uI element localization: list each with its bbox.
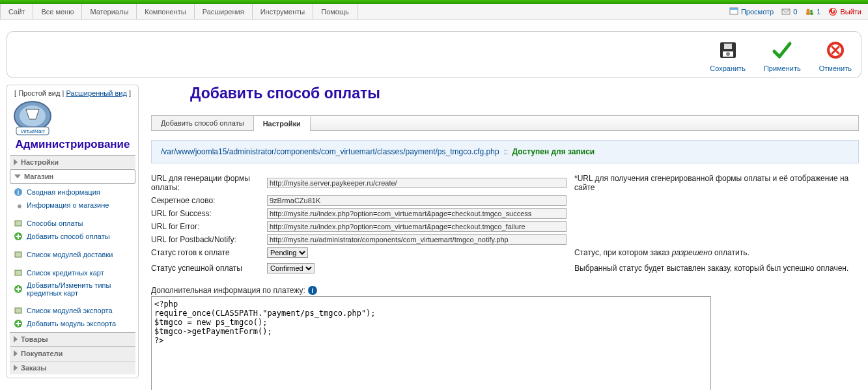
menu-help[interactable]: Помощь (313, 4, 357, 20)
preview-link[interactable]: Просмотр (729, 7, 774, 16)
users-icon (805, 7, 814, 16)
status-ready-select[interactable]: Pending (267, 247, 308, 258)
chevron-right-icon (14, 159, 18, 165)
logout-icon (828, 7, 837, 16)
view-simple: Простой вид (18, 89, 60, 97)
sidebar-section-orders[interactable]: Заказы (10, 361, 135, 375)
save-button[interactable]: Сохранить (710, 37, 746, 72)
users-count: 1 (817, 8, 820, 16)
svg-text:VirtueMart: VirtueMart (21, 128, 46, 134)
svg-text:i: i (18, 189, 20, 196)
virtuemart-logo: VirtueMart (10, 100, 135, 135)
module-icon (14, 306, 23, 315)
extra-info-label: Дополнительная информация по платежу: i (151, 286, 859, 295)
secret-input[interactable] (267, 195, 567, 206)
chevron-down-icon (14, 174, 21, 178)
save-label: Сохранить (710, 64, 746, 72)
sidebar: [ Простой вид | Расширенный вид ] Virtue… (7, 85, 139, 378)
sidebar-item-summary[interactable]: i Сводная информация (10, 186, 135, 199)
sidebar-section-products[interactable]: Товары (10, 332, 135, 346)
sidebar-section-settings[interactable]: Настройки (10, 155, 135, 169)
url-postback-label: URL for Postback/Notify: (151, 234, 262, 245)
menu-components[interactable]: Компоненты (137, 4, 194, 20)
apply-button[interactable]: Применить (764, 37, 801, 72)
cancel-button[interactable]: Отменить (819, 37, 852, 72)
mail-icon (781, 7, 791, 16)
settings-form: URL для генерации формы оплаты: *URL для… (151, 173, 859, 277)
sidebar-section-customers[interactable]: Покупатели (10, 346, 135, 361)
info-icon: i (14, 188, 23, 197)
svg-rect-25 (15, 270, 21, 275)
sidebar-item-add-credit-card[interactable]: Добавить/Изменить типы кредитных карт (10, 279, 135, 299)
status-ready-note: Статус, при котором заказ разрешено опла… (572, 248, 859, 257)
menu-all[interactable]: Все меню (33, 4, 82, 20)
module-icon (14, 250, 23, 259)
view-extended-link[interactable]: Расширенный вид (66, 89, 126, 97)
logout-link[interactable]: Выйти (828, 7, 861, 16)
info-icon: i (308, 286, 317, 295)
menu-tools[interactable]: Инструменты (253, 4, 314, 20)
save-icon (712, 37, 744, 63)
url-gen-input[interactable] (267, 178, 567, 188)
svg-rect-4 (806, 12, 810, 15)
chevron-right-icon (14, 350, 18, 357)
wrench-icon (14, 201, 23, 210)
sidebar-item-shop-info[interactable]: Информация о магазине (10, 199, 135, 212)
status-success-note: Выбранный статус будет выставлен заказу,… (572, 264, 859, 273)
plus-icon (14, 232, 23, 241)
tabs: Добавить способ оплаты Настройки (151, 115, 859, 131)
svg-point-5 (810, 10, 813, 12)
svg-rect-22 (15, 221, 21, 226)
filepath-box: /var/www/joomla15/administrator/componen… (151, 140, 859, 163)
chevron-right-icon (14, 365, 18, 371)
users-info[interactable]: 1 (805, 7, 820, 16)
filepath-status: Доступен для записи (512, 147, 595, 156)
svg-rect-1 (730, 8, 738, 10)
apply-icon (766, 37, 798, 63)
svg-rect-12 (724, 44, 732, 49)
url-postback-input[interactable] (267, 234, 567, 245)
extra-code-textarea[interactable] (151, 296, 711, 390)
url-success-input[interactable] (267, 208, 567, 219)
svg-point-13 (726, 52, 730, 56)
module-icon (14, 219, 23, 228)
url-gen-note: *URL для получения сгенерированной формы… (572, 174, 859, 192)
sidebar-item-add-payment[interactable]: Добавить способ оплаты (10, 230, 135, 243)
sidebar-item-shipping-modules[interactable]: Список модулей доставки (10, 248, 135, 261)
menu-right: Просмотр 0 1 Выйти (729, 7, 861, 16)
apply-label: Применить (764, 64, 801, 72)
preview-label: Просмотр (741, 8, 774, 16)
view-switch: [ Простой вид | Расширенный вид ] (10, 89, 135, 97)
filepath-text: /var/www/joomla15/administrator/componen… (161, 147, 499, 156)
plus-icon (14, 285, 23, 294)
sidebar-item-export-modules[interactable]: Список модулей экспорта (10, 304, 135, 317)
top-menu-bar: Сайт Все меню Материалы Компоненты Расши… (0, 4, 868, 20)
cancel-label: Отменить (819, 64, 852, 72)
preview-icon (729, 7, 738, 16)
url-error-input[interactable] (267, 221, 567, 232)
sidebar-item-payment-methods[interactable]: Способы оплаты (10, 217, 135, 230)
svg-rect-24 (15, 252, 21, 257)
menu-site[interactable]: Сайт (0, 4, 33, 20)
menu-left: Сайт Все меню Материалы Компоненты Расши… (0, 4, 357, 20)
tab-add-payment[interactable]: Добавить способ оплаты (152, 116, 254, 130)
svg-rect-6 (810, 12, 813, 15)
url-error-label: URL for Error: (151, 221, 262, 232)
svg-rect-27 (15, 308, 21, 313)
menu-extensions[interactable]: Расширения (195, 4, 253, 20)
sidebar-title: Администрирование (10, 138, 135, 151)
status-success-select[interactable]: Confirmed (267, 263, 315, 273)
secret-label: Секретное слово: (151, 195, 262, 206)
messages-count: 0 (793, 8, 797, 16)
tab-settings[interactable]: Настройки (254, 117, 311, 131)
url-gen-label: URL для генерации формы оплаты: (151, 173, 262, 193)
url-success-label: URL for Success: (151, 208, 262, 219)
sidebar-item-credit-cards[interactable]: Список кредитных карт (10, 266, 135, 279)
sidebar-section-shop[interactable]: Магазин (10, 169, 135, 184)
logout-label: Выйти (840, 8, 861, 16)
page-title: Добавить способ оплаты (190, 85, 859, 102)
chevron-right-icon (14, 336, 18, 342)
messages-info[interactable]: 0 (781, 7, 797, 16)
menu-materials[interactable]: Материалы (82, 4, 137, 20)
sidebar-item-add-export[interactable]: Добавить модуль экспорта (10, 317, 135, 330)
